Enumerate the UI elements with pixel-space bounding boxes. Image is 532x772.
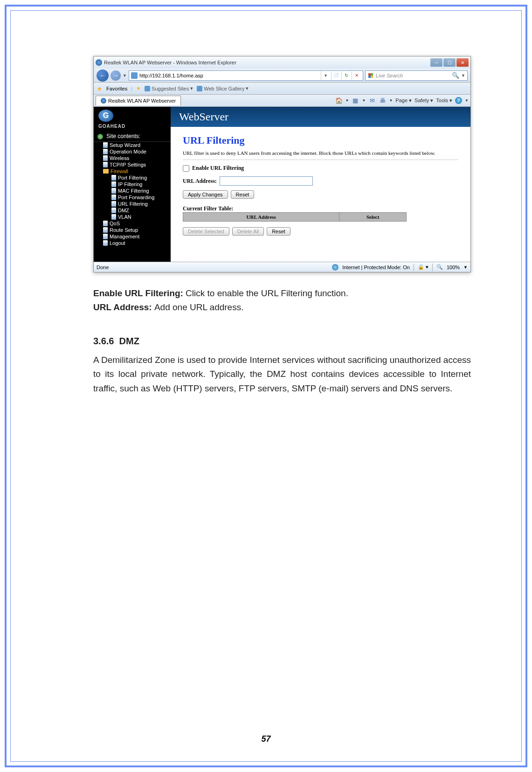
sidebar-item-mac-filtering[interactable]: MAC Filtering [94,188,171,194]
home-icon[interactable]: 🏠 [335,97,343,104]
zoom-icon[interactable]: 🔍 [436,264,443,270]
url-text: http://192.168.1.1/home.asp [139,73,203,78]
sidebar-item-dmz[interactable]: DMZ [94,207,171,214]
sidebar-item-management[interactable]: Management [94,233,171,240]
col-url-address: URL Address [183,213,339,222]
reset-table-button[interactable]: Reset [267,227,290,236]
back-button[interactable]: ← [97,70,109,82]
sidebar-item-qos[interactable]: QoS [94,220,171,227]
sidebar-item-route-setup[interactable]: Route Setup [94,227,171,233]
close-button[interactable]: ✕ [456,58,469,67]
enable-label: Enable URL Filtering [192,165,244,172]
window-titlebar: Realtek WLAN AP Webserver - Windows Inte… [94,56,470,69]
rss-icon[interactable]: ▦ [352,97,359,104]
doc-icon [103,221,108,226]
nav-bar: ← → ▼ http://192.168.1.1/home.asp ▾ 📄 ↻ … [94,69,470,83]
sidebar-item-port-forwarding[interactable]: Port Forwarding [94,194,171,201]
logo-area: G GOAHEAD [94,107,171,133]
sidebar-item-firewall[interactable]: Firewall [94,168,171,174]
sidebar-item-tcpip[interactable]: TCP/IP Settings [94,161,171,168]
refresh-icon[interactable]: ↻ [341,71,351,80]
doc-icon [111,208,116,213]
content-area: Realtek WLAN AP Webserver - Windows Inte… [93,56,471,396]
sidebar-item-wireless[interactable]: Wireless [94,155,171,161]
search-dropdown-icon[interactable]: ▼ [461,73,465,78]
url-address-input[interactable] [220,176,313,186]
browser-window: Realtek WLAN AP Webserver - Windows Inte… [93,56,471,272]
delete-selected-button[interactable]: Delete Selected [183,227,229,236]
status-text: Done [97,264,109,270]
help-icon[interactable]: ? [455,97,462,104]
url-address-doc-desc: Add one URL address. [154,302,244,312]
favorites-label[interactable]: Favorites [106,86,127,91]
enable-url-filtering-desc: Click to enable the URL Filtering functi… [186,288,348,298]
mail-icon[interactable]: ✉ [368,97,376,104]
doc-icon [111,195,116,200]
search-placeholder: Live Search [376,73,403,78]
search-go-icon[interactable]: 🔍 [452,72,459,79]
main-panel: WebServer URL Filtering URL filter is us… [171,107,470,262]
nav-dropdown-icon[interactable]: ▼ [123,73,127,78]
favorites-star-icon[interactable]: ★ [97,85,103,92]
apply-changes-button[interactable]: Apply Changes [183,190,228,199]
add-fav-icon[interactable]: ★ [136,85,141,91]
doc-line-2: URL Address: Add one URL address. [93,300,471,314]
tab-title: Realtek WLAN AP Webserver [108,98,176,104]
webserver-banner: WebServer [171,107,470,127]
suggested-sites-link[interactable]: Suggested Sites ▾ [145,85,193,91]
doc-icon [111,188,116,194]
document-text: Enable URL Filtering: Click to enable th… [93,286,471,396]
favorites-bar: ★ Favorites | ★ Suggested Sites ▾ Web Sl… [94,83,470,95]
sidebar-item-vlan[interactable]: VLAN [94,214,171,220]
web-slice-gallery-link[interactable]: Web Slice Gallery ▾ [197,85,249,91]
sidebar: G GOAHEAD Site contents: Setup Wizard Op… [94,107,171,262]
doc-icon [103,234,108,239]
sidebar-item-logout[interactable]: Logout [94,240,171,246]
sidebar-item-port-filtering[interactable]: Port Filtering [94,174,171,181]
stop-icon[interactable]: ✕ [352,71,361,80]
active-tab[interactable]: Realtek WLAN AP Webserver [96,96,181,105]
doc-icon [103,240,108,246]
url-address-doc-label: URL Address: [93,302,154,312]
sidebar-item-operation-mode[interactable]: Operation Mode [94,148,171,155]
status-bar: Done Internet | Protected Mode: On 🔒 ▾ 🔍… [94,262,470,272]
tools-menu[interactable]: Tools ▾ [436,97,452,104]
delete-all-button[interactable]: Delete All [232,227,264,236]
zone-security-icon[interactable]: 🔒 ▾ [418,264,428,270]
protected-mode-text: Internet | Protected Mode: On [342,264,410,270]
url-address-label: URL Address: [183,178,217,185]
table-caption: Current Filter Table: [183,205,458,212]
safety-menu[interactable]: Safety ▾ [415,97,433,104]
col-select: Select [339,213,407,222]
sidebar-item-setup-wizard[interactable]: Setup Wizard [94,142,171,148]
maximize-button[interactable]: ☐ [443,58,456,67]
doc-icon [111,175,116,181]
section-number: 3.6.6 [93,336,114,346]
goahead-logo-icon: G [98,110,113,122]
enable-url-filtering-checkbox[interactable] [183,165,189,172]
doc-line-1: Enable URL Filtering: Click to enable th… [93,286,471,300]
url-dropdown-icon[interactable]: ▾ [321,71,330,80]
page-description: URL filter is used to deny LAN users fro… [183,150,458,160]
doc-icon [103,142,108,148]
url-bar[interactable]: http://192.168.1.1/home.asp ▾ 📄 ↻ ✕ [129,70,363,81]
live-search-logo-icon [367,72,374,79]
doc-icon [103,155,108,161]
minimize-button[interactable]: ─ [430,58,442,67]
search-bar[interactable]: Live Search 🔍 ▼ [365,70,468,81]
compat-icon[interactable]: 📄 [331,71,340,80]
doc-icon [103,227,108,233]
zoom-level[interactable]: 100% [447,264,460,270]
page-icon [131,72,138,79]
forward-button[interactable]: → [111,70,121,81]
sidebar-item-url-filtering[interactable]: URL Filtering [94,201,171,207]
doc-icon [103,149,108,154]
doc-icon [111,181,116,187]
zoom-dropdown-icon[interactable]: ▼ [463,265,468,270]
page-menu[interactable]: Page ▾ [395,97,412,104]
reset-button[interactable]: Reset [231,190,255,199]
tab-icon [101,98,106,104]
print-icon[interactable]: 🖶 [379,97,386,104]
doc-icon [111,201,116,207]
sidebar-item-ip-filtering[interactable]: IP Filtering [94,181,171,188]
